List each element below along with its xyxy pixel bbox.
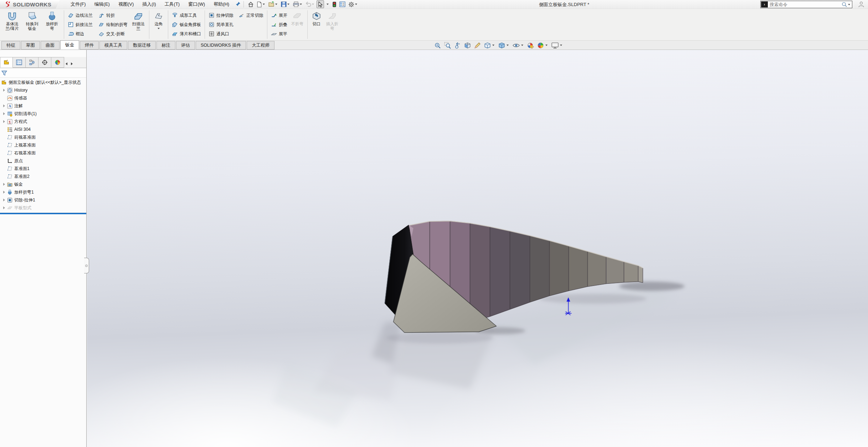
open-icon[interactable] (267, 0, 279, 8)
tree-item-top-plane[interactable]: 上视基准面 (0, 141, 86, 149)
simple-hole-button[interactable]: 简单直孔 (207, 20, 235, 29)
display-style-icon[interactable] (498, 42, 509, 49)
previous-view-icon[interactable] (454, 42, 461, 49)
base-flange-button[interactable]: 基体法兰/薄片 (2, 9, 22, 40)
menu-insert[interactable]: 插入(I) (138, 0, 160, 9)
search-scope-icon[interactable]: › (761, 1, 768, 7)
undo-icon[interactable] (304, 0, 316, 8)
no-bends-button[interactable]: 不折弯 (289, 9, 305, 40)
edit-appearance-icon[interactable] (527, 42, 534, 49)
menu-file[interactable]: 文件(F) (66, 0, 90, 9)
tree-item-right-plane[interactable]: 右视基准面 (0, 149, 86, 157)
tab-evaluate[interactable]: 评估 (176, 41, 195, 50)
flatten-button[interactable]: 展平 (269, 29, 289, 38)
tab-displaymanager[interactable] (51, 57, 64, 68)
tree-item-lofted-bend1[interactable]: 放样折弯1 (0, 188, 86, 196)
tab-dimxpertmanager[interactable] (38, 57, 51, 68)
tab-features[interactable]: 特征 (1, 41, 20, 50)
corners-button[interactable]: 边角 (151, 9, 166, 40)
panel-tabs-scroll-left[interactable] (64, 60, 69, 68)
user-login-icon[interactable] (858, 1, 864, 9)
tab-propertymanager[interactable] (13, 57, 26, 68)
tab-sheet-metal[interactable]: 钣金 (60, 40, 79, 50)
menu-view[interactable]: 视图(V) (114, 0, 138, 9)
new-document-icon[interactable] (256, 0, 267, 8)
tab-weldments[interactable]: 焊件 (80, 41, 99, 50)
miter-flange-button[interactable]: 斜接法兰 (66, 20, 94, 29)
panel-tabs-scroll-right[interactable] (69, 60, 74, 68)
search-go[interactable] (842, 2, 852, 7)
tree-item-equations[interactable]: Σ 方程式 (0, 118, 86, 125)
tree-item-material[interactable]: AISI 304 (0, 125, 86, 133)
apply-scene-icon[interactable] (537, 42, 548, 49)
view-settings-icon[interactable] (551, 42, 563, 49)
panel-collapse-handle[interactable] (84, 258, 89, 273)
tree-filter-row[interactable] (0, 68, 86, 78)
tree-root[interactable]: 侧面立板钣金 (默认<<默认>_显示状态 (0, 78, 86, 86)
tab-mold-tools[interactable]: 模具工具 (99, 41, 127, 50)
tab-sketch[interactable]: 草图 (21, 41, 40, 50)
convert-to-sheet-metal-button[interactable]: 转换到钣金 (22, 9, 42, 40)
tree-item-plane1[interactable]: 基准面1 (0, 165, 86, 173)
normal-cut-button[interactable]: 正常切除 (237, 11, 265, 20)
graphics-viewport[interactable] (87, 50, 868, 447)
select-tool-icon[interactable] (317, 0, 324, 8)
pin-menu-icon[interactable] (236, 1, 241, 7)
search-command-box[interactable]: › (760, 1, 852, 8)
search-input[interactable] (768, 2, 842, 7)
menu-tools[interactable]: 工具(T) (160, 0, 184, 9)
swept-flange-button[interactable]: 扫描法兰 (129, 9, 147, 40)
jog-button[interactable]: 转折 (97, 11, 129, 20)
tree-item-sheet-metal-folder[interactable]: 钣金 (0, 180, 86, 188)
edge-flange-button[interactable]: 边线法兰 (66, 11, 94, 20)
vent-button[interactable]: 通风口 (207, 29, 235, 38)
tab-and-slot-button[interactable]: 薄片和槽口 (170, 29, 203, 38)
options-gear-icon[interactable] (347, 0, 359, 8)
zoom-to-area-icon[interactable] (444, 42, 451, 49)
sketch-visibility-icon[interactable] (474, 42, 481, 49)
menu-edit[interactable]: 编辑(E) (90, 0, 114, 9)
cross-break-button[interactable]: 交叉-折断 (97, 29, 129, 38)
tree-item-flat-pattern[interactable]: 平板型式 (0, 204, 86, 212)
tree-item-front-plane[interactable]: 前视基准面 (0, 133, 86, 141)
fold-button[interactable]: 折叠 (269, 20, 289, 29)
tree-item-cut-list[interactable]: 切割清单(1) (0, 110, 86, 118)
home-icon[interactable] (247, 0, 255, 8)
menu-window[interactable]: 窗口(W) (184, 0, 209, 9)
forming-tool-button[interactable]: 成形工具 (170, 11, 203, 20)
unfold-button[interactable]: 展开 (269, 11, 289, 20)
lofted-bend-button[interactable]: 放样折弯 (42, 9, 62, 40)
tab-data-migration[interactable]: 数据迁移 (128, 41, 156, 50)
view-orientation-icon[interactable] (484, 42, 495, 49)
select-tool-caret[interactable] (325, 0, 330, 8)
tree-item-cut-extrude1[interactable]: 切除-拉伸1 (0, 196, 86, 204)
tab-solidworks-addins[interactable]: SOLIDWORKS 插件 (196, 41, 246, 50)
tab-surfaces[interactable]: 曲面 (41, 41, 60, 50)
zoom-to-fit-icon[interactable] (434, 42, 441, 49)
save-icon[interactable] (280, 0, 291, 8)
convert-to-sheet-metal-icon (27, 11, 37, 21)
tab-markup[interactable]: 标注 (156, 41, 175, 50)
rip-button[interactable]: 切口 (309, 9, 324, 40)
rebuild-icon[interactable] (331, 0, 338, 8)
tab-engineer[interactable]: 大工程师 (247, 41, 274, 50)
sheet-metal-gusset-button[interactable]: 钣金角撑板 (170, 20, 203, 29)
panel-tab-strip (0, 57, 86, 68)
menu-help[interactable]: 帮助(H) (209, 0, 233, 9)
print-icon[interactable] (292, 0, 304, 8)
tree-item-annotations[interactable]: A 注解 (0, 102, 86, 110)
tree-item-sensors[interactable]: 传感器 (0, 94, 86, 102)
extruded-cut-button[interactable]: 拉伸切除 (207, 11, 235, 20)
hide-show-items-icon[interactable] (513, 42, 524, 49)
sketched-bend-button[interactable]: 绘制的折弯 (97, 20, 129, 29)
tree-item-plane2[interactable]: 基准面2 (0, 173, 86, 180)
display-pane-icon[interactable] (338, 0, 346, 8)
tab-configurationmanager[interactable] (26, 57, 38, 68)
hem-button[interactable]: 褶边 (66, 29, 94, 38)
tab-featuremanager-tree[interactable] (0, 57, 13, 68)
section-view-icon[interactable] (464, 42, 471, 49)
insert-bends-button[interactable]: 插入折弯 (324, 9, 341, 40)
tree-item-history[interactable]: History (0, 86, 86, 94)
tree-item-origin[interactable]: 原点 (0, 157, 86, 165)
rollback-bar[interactable] (0, 213, 86, 214)
